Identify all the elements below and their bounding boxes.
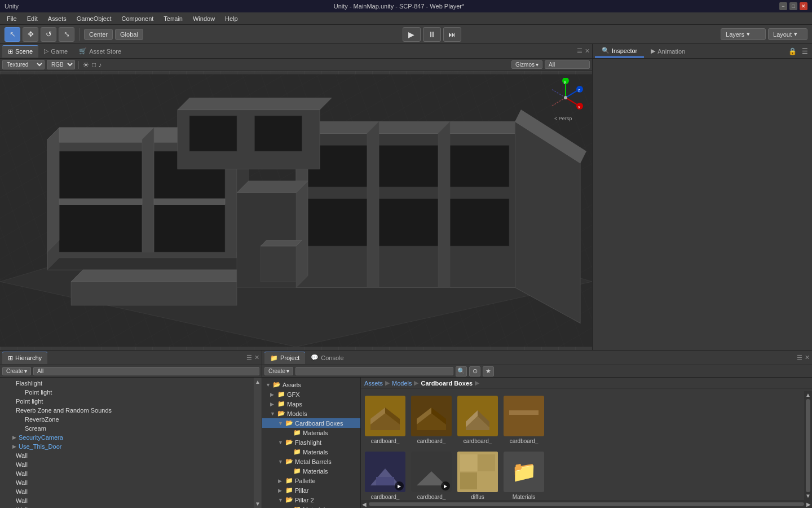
project-panel-menu[interactable]: ☰ [797, 354, 802, 361]
asset-cardboard-5[interactable]: ▶ cardboard_ [363, 449, 407, 500]
breadcrumb-models[interactable]: Models [392, 380, 412, 387]
project-panel-close[interactable]: ✕ [805, 354, 810, 361]
tab-console[interactable]: 💬 Console [305, 352, 349, 364]
tree-item-maps[interactable]: ▶ 📁 Maps [262, 399, 360, 409]
color-mode-select[interactable]: RGB [47, 60, 75, 69]
gizmos-button[interactable]: Gizmos ▾ [511, 60, 542, 69]
layout-dropdown[interactable]: Layout ▾ [768, 28, 807, 40]
scene-audio-icon[interactable]: ♪ [98, 61, 102, 69]
asset-diffus[interactable]: diffus [456, 449, 500, 500]
hierarchy-item-wall1[interactable]: Wall [0, 451, 254, 460]
scroll-up-icon[interactable]: ▲ [255, 379, 261, 385]
project-search-icon-btn[interactable]: 🔍 [456, 366, 467, 376]
hierarchy-item-reverb[interactable]: Reverb Zone and Random Sounds [0, 406, 254, 415]
tree-item-pillar[interactable]: ▶ 📁 Pillar [262, 485, 360, 495]
menu-assets[interactable]: Assets [43, 14, 71, 23]
asset-grid-hscrollbar[interactable]: ◀ ▶ [361, 500, 812, 508]
project-favorite-icon-btn[interactable]: ★ [483, 366, 494, 376]
space-toggle[interactable]: Global [115, 29, 143, 40]
tree-item-models[interactable]: ▼ 📂 Models [262, 409, 360, 418]
tool-rotate[interactable]: ↺ [41, 27, 56, 42]
tree-item-pillar2-materials[interactable]: 📁 Materials [262, 505, 360, 508]
play-button[interactable]: ▶ [403, 27, 421, 42]
scene-2d-icon[interactable]: □ [92, 61, 96, 69]
hierarchy-item-pointlight2[interactable]: Point light [0, 397, 254, 406]
project-search-input[interactable] [295, 367, 453, 375]
hierarchy-item-wall4[interactable]: Wall [0, 478, 254, 487]
hierarchy-item-wall2[interactable]: Wall [0, 460, 254, 469]
tab-game[interactable]: ▷ Game [38, 45, 73, 57]
asset-cardboard-2[interactable]: cardboard_ [409, 393, 453, 447]
tree-item-metalbarrels-materials[interactable]: 📁 Materials [262, 466, 360, 476]
scene-panel-close[interactable]: ✕ [585, 47, 590, 55]
tree-item-cardboard-materials[interactable]: 📁 Materials [262, 428, 360, 437]
tree-item-flashlight-materials[interactable]: 📁 Materials [262, 447, 360, 457]
tree-item-assets[interactable]: ▼ 📂 Assets [262, 380, 360, 389]
layers-dropdown[interactable]: Layers ▾ [721, 28, 766, 40]
project-create-button[interactable]: Create ▾ [264, 367, 293, 375]
tab-scene[interactable]: ⊞ Scene [2, 45, 38, 58]
tab-hierarchy[interactable]: ⊞ Hierarchy [2, 352, 47, 364]
tab-project[interactable]: 📁 Project [264, 352, 305, 364]
hierarchy-item-securitycamera[interactable]: ▶ SecurityCamera [0, 433, 254, 442]
tab-inspector[interactable]: 🔍 Inspector [595, 45, 644, 58]
tree-item-pillar2[interactable]: ▼ 📂 Pillar 2 [262, 495, 360, 505]
hierarchy-panel-close[interactable]: ✕ [254, 354, 259, 361]
scroll-up-icon[interactable]: ▲ [805, 392, 811, 398]
tool-select[interactable]: ↖ [5, 27, 20, 42]
menu-window[interactable]: Window [188, 14, 219, 23]
menu-help[interactable]: Help [220, 14, 242, 23]
hierarchy-item-wall7[interactable]: Wall [0, 505, 254, 508]
tab-asset-store[interactable]: 🛒 Asset Store [73, 45, 127, 57]
project-filter-icon-btn[interactable]: ⊙ [469, 366, 480, 376]
hscroll-thumb[interactable] [369, 502, 804, 506]
menu-file[interactable]: File [2, 14, 21, 23]
maximize-button[interactable]: □ [789, 2, 797, 10]
scene-search-input[interactable] [545, 60, 590, 69]
tree-item-cardboard-boxes[interactable]: ▼ 📂 Cardboard Boxes [262, 418, 360, 428]
hierarchy-scrollbar[interactable]: ▲ ▼ [254, 378, 262, 508]
asset-cardboard-4[interactable]: cardboard_ [502, 393, 546, 447]
hierarchy-item-scream[interactable]: Scream [0, 424, 254, 433]
inspector-lock-button[interactable]: 🔒 [787, 46, 797, 56]
tool-move[interactable]: ✥ [23, 27, 38, 42]
inspector-menu-button[interactable]: ☰ [800, 46, 810, 56]
tab-animation[interactable]: ▶ Animation [644, 45, 692, 57]
menu-terrain[interactable]: Terrain [159, 14, 187, 23]
menu-edit[interactable]: Edit [23, 14, 42, 23]
scroll-down-icon[interactable]: ▼ [805, 493, 811, 499]
tool-scale[interactable]: ⤡ [59, 27, 74, 42]
hierarchy-item-wall6[interactable]: Wall [0, 496, 254, 505]
hierarchy-create-button[interactable]: Create ▾ [2, 367, 31, 375]
menu-gameobject[interactable]: GameObject [72, 14, 116, 23]
asset-cardboard-6[interactable]: ▶ cardboard_ [409, 449, 453, 500]
hierarchy-item-reverbzone[interactable]: ReverbZone [0, 415, 254, 424]
hierarchy-item-wall3[interactable]: Wall [0, 469, 254, 478]
tree-item-pallette[interactable]: ▶ 📁 Pallette [262, 476, 360, 485]
pivot-toggle[interactable]: Center [84, 29, 113, 40]
asset-cardboard-1[interactable]: cardboard_ [363, 393, 407, 447]
hierarchy-item-usethisdoor[interactable]: ▶ Use_This_Door [0, 442, 254, 451]
asset-cardboard-3[interactable]: cardboard_ [456, 393, 500, 447]
breadcrumb-assets[interactable]: Assets [364, 380, 383, 387]
step-button[interactable]: ⏭ [443, 27, 461, 42]
hierarchy-item-wall5[interactable]: Wall [0, 487, 254, 496]
scene-viewport[interactable]: y x z [0, 71, 592, 350]
scene-light-icon[interactable]: ☀ [82, 60, 90, 69]
scroll-left-icon[interactable]: ◀ [362, 501, 367, 507]
tree-item-metal-barrels[interactable]: ▼ 📂 Metal Barrels [262, 457, 360, 466]
hierarchy-item-pointlight1[interactable]: Point light [0, 388, 254, 397]
scroll-right-icon[interactable]: ▶ [806, 501, 811, 507]
hierarchy-panel-menu[interactable]: ☰ [246, 354, 252, 361]
hierarchy-item-flashlight[interactable]: Flashlight [0, 379, 254, 388]
asset-materials-folder[interactable]: 📁 Materials [502, 449, 546, 500]
scroll-thumb[interactable] [806, 399, 810, 492]
shade-mode-select[interactable]: Textured Wireframe [2, 60, 45, 69]
hierarchy-search-input[interactable] [33, 367, 259, 375]
minimize-button[interactable]: − [779, 2, 787, 10]
close-button[interactable]: ✕ [800, 2, 807, 10]
menu-component[interactable]: Component [117, 14, 158, 23]
tree-item-gfx[interactable]: ▶ 📁 GFX [262, 389, 360, 399]
asset-grid-scrollbar[interactable]: ▲ ▼ [804, 391, 812, 500]
scene-panel-menu[interactable]: ☰ [577, 47, 582, 55]
